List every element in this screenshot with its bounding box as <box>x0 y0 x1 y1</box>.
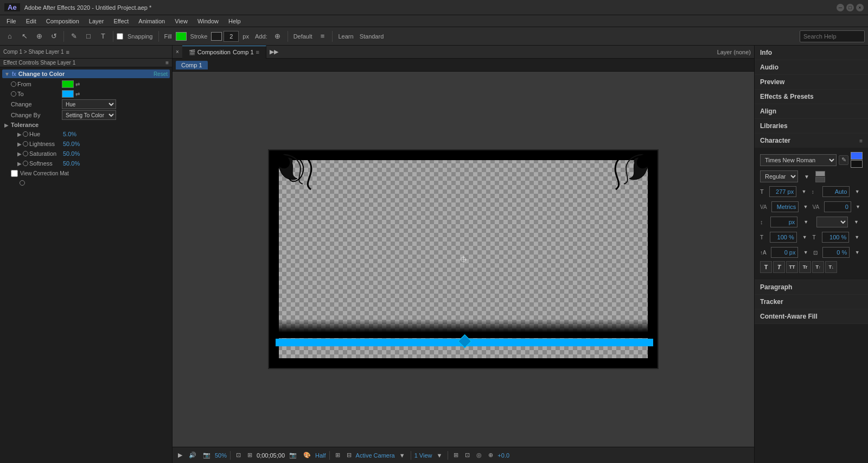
char-stroke-color[interactable] <box>851 160 863 168</box>
auto-arrow[interactable]: ▼ <box>852 185 863 198</box>
audio-btn[interactable]: 🔊 <box>187 451 199 460</box>
tolerance-expand[interactable]: ▶ <box>4 122 9 128</box>
search-input[interactable] <box>800 30 865 42</box>
sub-fmt-btn[interactable]: T↓ <box>825 261 837 273</box>
safe-btn[interactable]: ⊞ <box>245 451 254 460</box>
menu-composition[interactable]: Composition <box>42 17 84 26</box>
font-size-input[interactable] <box>769 186 796 197</box>
info-header[interactable]: Info <box>755 46 868 60</box>
menu-help[interactable]: Help <box>224 17 245 26</box>
tracking-input[interactable] <box>824 201 851 212</box>
maximize-button[interactable]: □ <box>846 4 854 11</box>
color-swap-grey[interactable] <box>815 177 825 182</box>
from-color-swatch[interactable] <box>62 80 74 88</box>
softness-value[interactable]: 50.0% <box>63 160 80 167</box>
tab-composition[interactable]: 🎬 Composition Comp 1 ≡ <box>182 46 266 59</box>
super-fmt-btn[interactable]: T↑ <box>812 261 824 273</box>
softness-expand[interactable]: ▶ <box>17 161 22 167</box>
default-menu-btn[interactable]: ≡ <box>316 30 329 43</box>
minimize-button[interactable]: ─ <box>837 4 844 11</box>
view-correction-checkbox-label[interactable]: View Correction Mat <box>11 170 69 177</box>
viewer-quality[interactable]: Half <box>315 452 326 459</box>
libraries-header[interactable]: Libraries <box>755 119 868 133</box>
hue-expand[interactable]: ▶ <box>17 131 22 137</box>
camera-arrow[interactable]: ▼ <box>397 451 407 460</box>
close-button[interactable]: × <box>856 4 864 11</box>
font-select[interactable]: Times New Roman <box>760 154 837 166</box>
kerning-arrow[interactable]: ▼ <box>801 200 810 213</box>
fill-color-swatch[interactable] <box>176 32 187 41</box>
add-button[interactable]: ⊕ <box>271 30 284 43</box>
play-btn[interactable]: ▶ <box>176 451 184 460</box>
align-header[interactable]: Align <box>755 104 868 118</box>
comp1-tab[interactable]: Comp 1 <box>176 61 208 69</box>
line-height-input[interactable] <box>770 217 797 227</box>
hue-value[interactable]: 5.0% <box>63 131 76 137</box>
views-arrow[interactable]: ▼ <box>434 451 444 460</box>
tsume-input[interactable] <box>822 247 850 258</box>
comp-tab-close[interactable]: ≡ <box>256 49 259 55</box>
menu-file[interactable]: File <box>2 17 21 26</box>
vert-scale-input[interactable] <box>822 232 849 243</box>
char-fill-color[interactable] <box>851 152 863 160</box>
line-option-arrow[interactable]: ▼ <box>850 215 863 229</box>
camera-btn[interactable]: 📷 <box>287 451 299 460</box>
tr-fmt-btn[interactable]: Tr <box>799 261 811 273</box>
viewer-camera[interactable]: Active Camera <box>356 452 395 459</box>
horiz-scale-input[interactable] <box>770 232 797 243</box>
effect-expand-arrow[interactable]: ▼ <box>4 71 10 77</box>
snapping-checkbox[interactable] <box>117 33 123 40</box>
menu-effect[interactable]: Effect <box>109 17 133 26</box>
italic-fmt-btn[interactable]: T <box>773 261 785 273</box>
tsume-arrow[interactable]: ▼ <box>852 246 863 259</box>
style-select[interactable]: Regular Bold Italic <box>760 170 798 182</box>
saturation-value[interactable]: 50.0% <box>63 150 80 157</box>
viewer-views[interactable]: 1 View <box>414 452 432 459</box>
horiz-scale-arrow[interactable]: ▼ <box>799 231 810 244</box>
menu-edit[interactable]: Edit <box>22 17 41 26</box>
effects-presets-header[interactable]: Effects & Presets <box>755 90 868 104</box>
lightness-value[interactable]: 50.0% <box>63 141 80 147</box>
fit-btn[interactable]: ⊡ <box>234 451 243 460</box>
lightness-expand[interactable]: ▶ <box>17 141 22 147</box>
bold-fmt-btn[interactable]: T <box>760 261 772 273</box>
paragraph-header[interactable]: Paragraph <box>755 280 868 294</box>
font-edit-btn[interactable]: ✎ <box>839 155 848 165</box>
grid-btn[interactable]: ⊞ <box>451 451 461 460</box>
home-tool[interactable]: ⌂ <box>3 30 16 43</box>
guide-btn[interactable]: ⊡ <box>463 451 472 460</box>
shape-tool[interactable]: □ <box>82 30 95 43</box>
stroke-color-swatch[interactable] <box>211 32 222 41</box>
add-time-btn[interactable]: ⊕ <box>486 451 495 460</box>
menu-layer[interactable]: Layer <box>85 17 108 26</box>
menu-window[interactable]: Window <box>193 17 223 26</box>
channel-btn[interactable]: ◎ <box>474 451 484 460</box>
text-tool[interactable]: T <box>97 30 110 43</box>
pen-tool[interactable]: ✎ <box>67 30 80 43</box>
panel-expand-btn2[interactable]: ▶▶ <box>266 48 282 55</box>
character-menu-icon[interactable]: ≡ <box>859 138 863 144</box>
font-size-arrow[interactable]: ▼ <box>799 185 809 198</box>
panel-expand-btn[interactable]: ≡ <box>165 60 169 66</box>
auto-input[interactable] <box>822 186 850 197</box>
select-tool[interactable]: ↖ <box>18 30 31 43</box>
snapshot-btn[interactable]: 📷 <box>201 451 213 460</box>
stroke-px-input[interactable] <box>224 31 239 42</box>
character-header[interactable]: Character ≡ <box>755 134 868 148</box>
close-panel-btn[interactable]: × <box>173 49 182 55</box>
tracker-header[interactable]: Tracker <box>755 295 868 309</box>
zoom-tool[interactable]: ⊕ <box>33 30 46 43</box>
line-option-select[interactable] <box>816 217 848 227</box>
menu-view[interactable]: View <box>170 17 192 26</box>
tracking-arrow[interactable]: ▼ <box>853 200 863 213</box>
panel-menu-btn[interactable]: ≡ <box>66 49 69 55</box>
color-btn[interactable]: 🎨 <box>301 451 313 460</box>
effect-reset-btn[interactable]: Reset <box>154 71 168 77</box>
style-arrow[interactable]: ▼ <box>800 170 813 183</box>
baseline-arrow[interactable]: ▼ <box>800 246 811 259</box>
vert-scale-arrow[interactable]: ▼ <box>851 231 863 244</box>
preview-header[interactable]: Preview <box>755 75 868 89</box>
rotate-tool[interactable]: ↺ <box>47 30 60 43</box>
line-height-arrow[interactable]: ▼ <box>800 215 812 229</box>
3d-btn[interactable]: ⊞ <box>333 451 342 460</box>
